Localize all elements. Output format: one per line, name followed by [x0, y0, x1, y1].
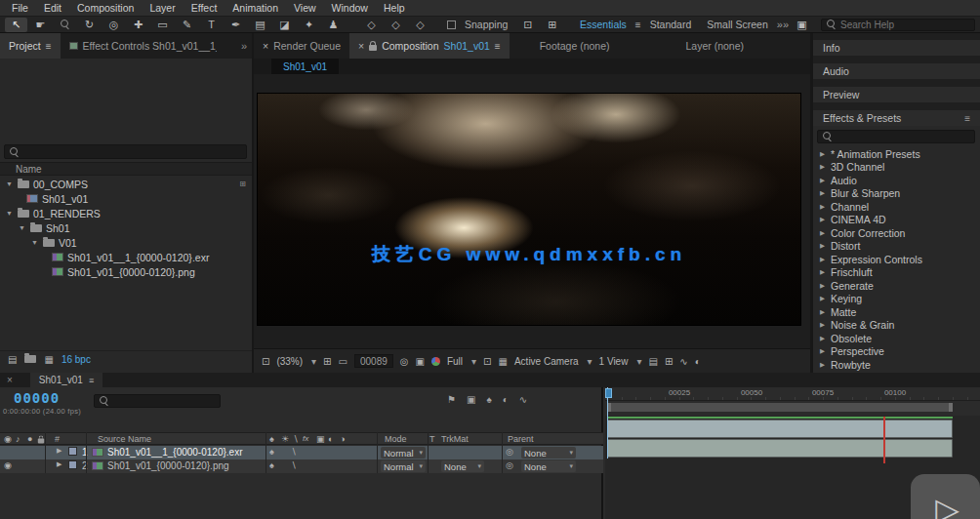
type-tool-icon[interactable]	[200, 18, 223, 32]
audio-column-icon[interactable]	[16, 434, 20, 444]
effects-category[interactable]: Expression Controls	[813, 253, 980, 266]
close-icon[interactable]	[7, 375, 13, 385]
new-composition-icon[interactable]	[44, 354, 53, 365]
eye-icon[interactable]	[4, 460, 12, 470]
tab-overflow-icon[interactable]	[236, 33, 252, 59]
twirl-icon[interactable]	[819, 268, 826, 276]
twirl-icon[interactable]	[57, 447, 61, 455]
menu-composition[interactable]: Composition	[69, 0, 142, 17]
twirl-icon[interactable]	[5, 210, 14, 217]
snap-options-icon[interactable]	[516, 18, 539, 32]
twirl-icon[interactable]	[18, 224, 26, 231]
view-layout-dropdown[interactable]: 1 View	[599, 356, 629, 367]
lock-icon[interactable]	[369, 45, 377, 51]
project-item-folder[interactable]: V01	[0, 235, 252, 250]
show-snapshot-icon[interactable]	[416, 356, 425, 367]
twirl-icon[interactable]	[819, 242, 826, 250]
parent-pickwhip-icon[interactable]	[506, 460, 513, 470]
selection-tool-icon[interactable]	[5, 18, 27, 32]
twirl-icon[interactable]	[30, 239, 39, 246]
shy-switch-icon[interactable]	[269, 447, 274, 457]
snapshot-icon[interactable]	[400, 356, 409, 367]
local-axis-mode-icon[interactable]	[360, 18, 383, 32]
twirl-icon[interactable]	[819, 150, 826, 158]
composition-flowchart-icon[interactable]	[447, 394, 456, 405]
camera-tool-icon[interactable]	[102, 18, 125, 32]
twirl-icon[interactable]	[819, 177, 826, 184]
panel-effects-presets[interactable]: Effects & Presets	[813, 110, 980, 126]
twirl-icon[interactable]	[819, 229, 826, 237]
current-time-indicator[interactable]	[607, 387, 608, 459]
blend-mode-dropdown[interactable]: Normal	[381, 447, 426, 459]
effects-category[interactable]: Matte	[813, 305, 980, 319]
layer-row-1[interactable]: 1 Sh01_v01__1_{0000-0120}.exr Normal Non…	[0, 446, 603, 459]
twirl-icon[interactable]	[819, 308, 826, 316]
timeline-button-icon[interactable]	[679, 356, 687, 367]
menu-window[interactable]: Window	[324, 0, 376, 17]
panel-info[interactable]: Info	[813, 40, 980, 56]
track-matte-dropdown[interactable]: None	[441, 460, 484, 472]
always-preview-icon[interactable]	[262, 356, 269, 367]
effects-category[interactable]: Channel	[813, 200, 980, 214]
camera-view-dropdown[interactable]: Active Camera	[514, 356, 579, 367]
work-area-bar[interactable]	[607, 403, 953, 412]
effects-category[interactable]: CINEMA 4D	[813, 214, 980, 227]
layer-source-name[interactable]: Sh01_v01_{0000-0120}.png	[107, 460, 229, 471]
tab-effect-controls[interactable]: Effect Controls Sh01_v01__1_{(	[61, 33, 217, 59]
timeline-tab[interactable]: Sh01_v01	[30, 373, 102, 387]
workspace-essentials[interactable]: Essentials	[573, 19, 633, 30]
project-item-composition[interactable]: Sh01_v01	[0, 191, 252, 206]
zoom-tool-icon[interactable]	[54, 18, 76, 32]
new-folder-icon[interactable]	[24, 355, 36, 363]
panel-menu-icon[interactable]	[46, 41, 52, 52]
project-item-folder[interactable]: 00_COMPS	[0, 177, 252, 191]
close-icon[interactable]	[263, 40, 268, 52]
shy-switch-icon[interactable]	[269, 460, 274, 470]
sync-settings-icon[interactable]	[791, 18, 813, 32]
panel-menu-icon[interactable]	[495, 41, 501, 52]
hide-shy-layers-icon[interactable]	[486, 394, 491, 405]
effects-category[interactable]: Rowbyte	[813, 358, 980, 372]
help-search-input[interactable]	[840, 20, 969, 30]
layer-color-chip[interactable]	[68, 447, 77, 456]
twirl-icon[interactable]	[819, 282, 826, 290]
mask-visibility-icon[interactable]	[339, 356, 347, 367]
project-search-input[interactable]	[23, 146, 241, 157]
solo-column-icon[interactable]	[27, 434, 32, 444]
project-item-footage[interactable]: Sh01_v01_{0000-0120}.png	[0, 264, 252, 279]
effects-category[interactable]: 3D Channel	[813, 161, 980, 175]
rotate-tool-icon[interactable]	[78, 18, 101, 32]
parent-dropdown[interactable]: None	[521, 447, 576, 459]
world-axis-mode-icon[interactable]	[385, 18, 407, 32]
effects-category[interactable]: Perspective	[813, 345, 980, 359]
transparency-grid-icon[interactable]	[499, 356, 508, 367]
twirl-icon[interactable]	[5, 180, 14, 187]
workspace-menu-icon[interactable]	[635, 20, 641, 30]
effects-category[interactable]: Keying	[813, 293, 980, 306]
puppet-pin-tool-icon[interactable]	[322, 18, 345, 32]
effects-category[interactable]: Color Correction	[813, 226, 980, 240]
parent-pickwhip-icon[interactable]	[506, 447, 513, 457]
layer-source-name[interactable]: Sh01_v01__1_{0000-0120}.exr	[107, 447, 242, 458]
parent-column-header[interactable]: Parent	[508, 434, 534, 444]
project-item-footage[interactable]: Sh01_v01__1_{0000-0120}.exr	[0, 250, 252, 264]
twirl-icon[interactable]	[819, 347, 826, 355]
workspace-overflow-icon[interactable]: »	[777, 19, 789, 30]
effects-category[interactable]: * Animation Presets	[813, 147, 980, 161]
parent-dropdown[interactable]: None	[521, 460, 576, 472]
effects-category[interactable]: Distort	[813, 240, 980, 254]
layer-duration-bar-2[interactable]	[607, 439, 953, 458]
close-icon[interactable]	[358, 40, 364, 52]
menu-view[interactable]: View	[286, 0, 324, 17]
effects-category[interactable]: Noise & Grain	[813, 319, 980, 333]
twirl-icon[interactable]	[57, 460, 61, 468]
effects-category[interactable]: Generate	[813, 279, 980, 293]
time-ruler[interactable]: 00025 00050 00075 00100	[605, 387, 980, 401]
timeline-search-input[interactable]	[113, 396, 215, 407]
pan-behind-tool-icon[interactable]	[127, 18, 149, 32]
quality-switch-icon[interactable]	[291, 447, 297, 457]
playhead-handle[interactable]	[605, 388, 612, 398]
layer-row-2[interactable]: 2 Sh01_v01_{0000-0120}.png Normal None N…	[0, 459, 603, 473]
twirl-icon[interactable]	[819, 189, 826, 197]
twirl-icon[interactable]	[819, 335, 826, 342]
